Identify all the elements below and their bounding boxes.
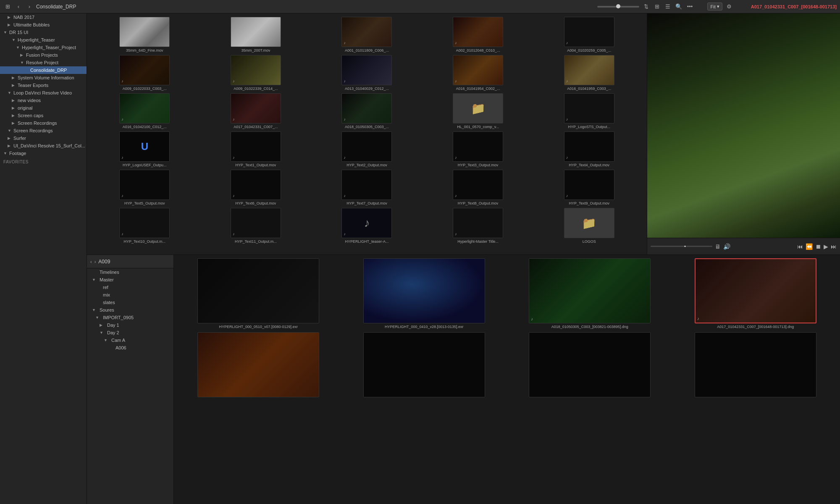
media-item-item5[interactable]: ♪A004_01020259_C005_... — [535, 17, 643, 52]
tl-item-day1[interactable]: Day 1 — [87, 321, 173, 329]
tl-item-import0905[interactable]: IMPORT_0905 — [87, 314, 173, 321]
media-item-item2[interactable]: 35mm_200T.mov — [202, 17, 310, 52]
tl-item-timelines[interactable]: Timelines — [87, 268, 173, 276]
media-item-item11[interactable]: ♪A016_01042100_C012_... — [90, 93, 199, 129]
media-item-item20[interactable]: ♪HYP_Text4_Output.mov — [535, 131, 643, 167]
sidebar-item-consolidate-drp[interactable]: Consolidate_DRP — [0, 66, 87, 74]
clip-item-clip4[interactable]: ♪A017_01042331_C007_[001648-001713].dng — [675, 258, 837, 329]
media-item-item16[interactable]: U♪HYP_LogoUSEF_Outpu... — [90, 131, 199, 167]
media-item-item23[interactable]: ♪HYP_Text7_Output.mov — [312, 170, 421, 205]
fit-btn[interactable]: Fit ▾ — [707, 3, 722, 10]
media-item-item29[interactable]: ♪Hyperlight-Master Title... — [424, 208, 533, 244]
slider-track[interactable] — [597, 6, 639, 8]
sidebar-item-fusion-projects[interactable]: Fusion Projects — [0, 51, 87, 59]
fit-label: Fit — [710, 4, 715, 9]
forward-btn[interactable]: › — [25, 3, 34, 11]
media-grid: ♪35mm_64D_Fine.mov35mm_200T.mov♪A001_010… — [90, 17, 643, 244]
clip-item-clip3[interactable]: ♪A018_01050305_C003_[003821-003895].dng — [509, 258, 671, 329]
tl-back-btn[interactable]: ‹ — [90, 259, 92, 264]
more-btn[interactable]: ••• — [685, 3, 694, 11]
step-back-icon[interactable]: ⏪ — [806, 243, 813, 250]
sidebar-item-loop-davinci[interactable]: Loop DaVinci Resolve Video — [0, 89, 87, 97]
clip-item-clip1[interactable]: HYPERLIGHT_000_0510_v07.[0080-0129].exr — [177, 258, 340, 329]
media-item-item18[interactable]: ♪HYP_Text2_Output.mov — [312, 131, 421, 167]
media-item-item3[interactable]: ♪A001_01011809_C006_... — [312, 17, 421, 52]
sidebar-item-screen-recordings-2[interactable]: Screen Recordings — [0, 127, 87, 134]
sidebar-item-resolve-project[interactable]: Resolve Project — [0, 59, 87, 66]
sidebar-item-original[interactable]: original — [0, 104, 87, 112]
file-browser-sidebar: NAB 2017Ultimatte BubblesDR 15 UIHyperli… — [0, 13, 87, 504]
sidebar-item-hyperlight-teaser[interactable]: Hyperlight_Teaser — [0, 36, 87, 44]
play-btn[interactable]: ▶ — [824, 243, 828, 250]
clip-item-clip7[interactable] — [509, 332, 671, 399]
tl-item-ref[interactable]: ref — [87, 284, 173, 291]
media-item-item27[interactable]: ♪HYP_Text11_Output.m... — [202, 208, 310, 244]
media-item-item28[interactable]: ♪♪HYPERLIGHT_teaser-A... — [312, 208, 421, 244]
media-item-item19[interactable]: ♪HYP_Text3_Output.mov — [424, 131, 533, 167]
grid-view-btn[interactable]: ⊞ — [653, 3, 661, 11]
sidebar-item-nab2017[interactable]: NAB 2017 — [0, 13, 87, 21]
media-item-item22[interactable]: ♪HYP_Text6_Output.mov — [202, 170, 310, 205]
sidebar-item-teaser-exports[interactable]: Teaser Exports — [0, 81, 87, 89]
media-item-item14[interactable]: 📁HL_001_0570_comp_v... — [424, 93, 533, 129]
slider-thumb[interactable] — [616, 4, 620, 8]
preview-timeline[interactable] — [651, 246, 712, 247]
volume-icon[interactable]: 🔊 — [723, 243, 730, 250]
clip-item-clip5[interactable] — [177, 332, 340, 399]
monitor-icon[interactable]: 🖥 — [715, 243, 721, 250]
sidebar-item-screen-caps[interactable]: Screen caps — [0, 112, 87, 119]
sidebar-item-ultimatte-bubbles[interactable]: Ultimatte Bubbles — [0, 21, 87, 29]
clip-item-clip6[interactable] — [343, 332, 506, 399]
media-item-item15[interactable]: ♪HYP_LogoSTS_Output... — [535, 93, 643, 129]
timeline-content[interactable]: HYPERLIGHT_000_0510_v07.[0080-0129].exrH… — [174, 255, 840, 504]
search-btn[interactable]: 🔍 — [675, 3, 683, 11]
media-item-item24[interactable]: ♪HYP_Text8_Output.mov — [424, 170, 533, 205]
media-item-item21[interactable]: ♪HYP_Text5_Output.mov — [90, 170, 199, 205]
media-label-item26: HYP_Text10_Output.m... — [124, 239, 166, 244]
media-item-item30[interactable]: 📁LOGOS — [535, 208, 643, 244]
media-thumb-item22: ♪ — [231, 170, 281, 200]
sidebar-item-screen-recordings-1[interactable]: Screen Recordings — [0, 119, 87, 127]
tl-item-day2[interactable]: Day 2 — [87, 329, 173, 336]
settings-icon[interactable]: ⚙ — [725, 3, 733, 11]
stop-btn[interactable]: ⏹ — [815, 243, 821, 250]
sidebar-item-ui-davinci[interactable]: UI_DaVinci Resolve 15_Surf_Col... — [0, 142, 87, 150]
tl-item-mix[interactable]: mix — [87, 291, 173, 299]
tl-item-master[interactable]: Master — [87, 276, 173, 284]
zoom-slider[interactable] — [597, 6, 639, 8]
media-item-item10[interactable]: ♪A016_01041959_C003_... — [535, 55, 643, 91]
sidebar-item-footage[interactable]: Footage — [0, 150, 87, 157]
sort-btn[interactable]: ⇅ — [642, 3, 650, 11]
media-browser[interactable]: ♪35mm_64D_Fine.mov35mm_200T.mov♪A001_010… — [87, 13, 647, 255]
skip-forward-icon[interactable]: ⏭ — [831, 243, 837, 250]
media-item-item25[interactable]: ♪HYP_Text9_Output.mov — [535, 170, 643, 205]
media-item-item12[interactable]: ♪A017_01042331_C007_... — [202, 93, 310, 129]
clip-item-clip2[interactable]: HYPERLIGHT_000_0410_v28.[0013-0135].exr — [343, 258, 506, 329]
sidebar-item-dr15ui[interactable]: DR 15 UI — [0, 29, 87, 36]
media-item-item1[interactable]: ♪35mm_64D_Fine.mov — [90, 17, 199, 52]
tl-label-soures: Soures — [100, 307, 114, 312]
media-item-item6[interactable]: ♪A009_01022033_C003_... — [90, 55, 199, 91]
sidebar-item-system-volume[interactable]: System Volume Information — [0, 74, 87, 81]
tl-forward-btn[interactable]: › — [94, 259, 96, 264]
back-btn[interactable]: ‹ — [14, 3, 23, 11]
app-menu-icon[interactable]: ⊞ — [3, 3, 12, 11]
sidebar-item-hyperlight-teaser-project[interactable]: Hyperlight_Teaser_Project — [0, 44, 87, 51]
media-item-item4[interactable]: ♪A002_01012048_C010_... — [424, 17, 533, 52]
tl-item-soures[interactable]: Soures — [87, 306, 173, 314]
skip-back-icon[interactable]: ⏮ — [797, 243, 803, 250]
media-item-item17[interactable]: ♪HYP_Text1_Output.mov — [202, 131, 310, 167]
tl-item-slates[interactable]: slates — [87, 299, 173, 306]
sidebar-item-surfer[interactable]: Surfer — [0, 134, 87, 142]
list-view-btn[interactable]: ☰ — [664, 3, 672, 11]
media-item-item9[interactable]: ♪A016_01041954_C002_... — [424, 55, 533, 91]
media-item-item26[interactable]: ♪HYP_Text10_Output.m... — [90, 208, 199, 244]
tl-item-a006[interactable]: A006 — [87, 344, 173, 352]
media-item-item7[interactable]: ♪A009_01022339_C014_... — [202, 55, 310, 91]
content-area: ♪35mm_64D_Fine.mov35mm_200T.mov♪A001_010… — [87, 13, 840, 504]
media-item-item13[interactable]: ♪A018_01050305_C003_... — [312, 93, 421, 129]
sidebar-item-new-videos[interactable]: new videos — [0, 97, 87, 104]
tl-item-cama[interactable]: Cam A — [87, 336, 173, 344]
clip-item-clip8[interactable] — [675, 332, 837, 399]
media-item-item8[interactable]: ♪A013_01040029_C012_... — [312, 55, 421, 91]
